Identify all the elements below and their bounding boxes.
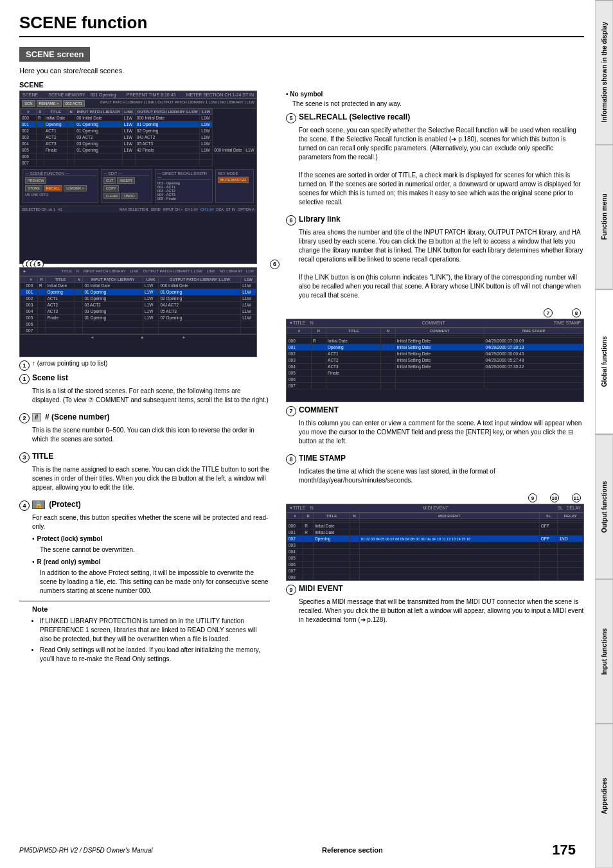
no-symbol-section: • No symbol The scene is not protected i… xyxy=(286,91,584,107)
body-7: In this column you can enter or view a c… xyxy=(286,419,584,446)
sidebar-tabs: Information shown in the display Functio… xyxy=(595,0,613,868)
body-2: This is the scene number 0–500. You can … xyxy=(19,426,270,444)
tab-information[interactable]: Information shown in the display xyxy=(595,0,613,145)
page-title: SCENE function xyxy=(19,13,584,37)
intro-text: Here you can store/recall scenes. xyxy=(19,67,584,75)
scene-screen-zoomed: ✦ TITLE N INPUT PATCH LIBRARY LINK OUTPU… xyxy=(19,267,257,357)
body-9: Specifies a MIDI message that will be tr… xyxy=(286,598,584,624)
section-2: 2 # # (Scene number) This is the scene n… xyxy=(19,412,270,444)
tab-appendices[interactable]: Appendices xyxy=(595,723,613,868)
footer-page: 175 xyxy=(552,842,576,858)
heading-8: TIME STAMP xyxy=(299,454,346,463)
num-4: 4 xyxy=(19,500,30,511)
callout-11: 11 xyxy=(572,493,581,502)
body-4: For each scene, this button specifies wh… xyxy=(19,513,270,531)
section-9: 9 MIDI EVENT Specifies a MIDI message th… xyxy=(286,584,584,624)
footer-model: PM5D/PM5D-RH V2 / DSP5D Owner's Manual xyxy=(19,847,153,854)
num-5: 5 xyxy=(286,113,296,123)
callout-6: 6 xyxy=(270,260,280,269)
tab-function-menu[interactable]: Function menu xyxy=(595,145,613,289)
section-1: 1 Scene list This is a list of the store… xyxy=(19,373,270,405)
scene-label: SCENE xyxy=(19,81,584,89)
scene-screen-image: SCENE SCENE MEMORY 001 Opening PRESENT T… xyxy=(19,91,257,264)
callout-1: 1 xyxy=(19,360,30,371)
num-8: 8 xyxy=(286,454,296,465)
tab-global-functions[interactable]: Global functions xyxy=(595,289,613,434)
body-1: This is a list of the stored scenes. For… xyxy=(19,387,270,405)
num-7: 7 xyxy=(286,406,296,416)
scene-screen-9-10-11: ✦ TITLE N MIDI EVENT SL DELAY # R TITLE … xyxy=(286,504,584,581)
body-5: For each scene, you can specify whether … xyxy=(286,126,584,207)
footer-ref: Reference section xyxy=(322,846,383,854)
body-8: Indicates the time at which the scene wa… xyxy=(286,467,584,485)
heading-2: # # (Scene number) xyxy=(32,412,110,421)
section-5: 5 SEL.RECALL (Selective recall) For each… xyxy=(286,112,584,207)
section-6: 6 Library link This area shows the numbe… xyxy=(286,215,584,300)
num-3: 3 xyxy=(19,452,30,463)
heading-1: Scene list xyxy=(32,373,68,382)
heading-7: COMMENT xyxy=(299,405,339,414)
callout-7: 7 xyxy=(544,308,553,317)
body-6: This area shows the number and title of … xyxy=(286,228,584,300)
tab-input-functions[interactable]: Input functions xyxy=(595,579,613,723)
num-9: 9 xyxy=(286,585,296,595)
section-3: 3 TITLE This is the name assigned to eac… xyxy=(19,452,270,492)
callout-9: 9 xyxy=(528,493,537,502)
num-6: 6 xyxy=(286,215,296,226)
section-4: 4 🔒 (Protect) For each scene, this butto… xyxy=(19,500,270,664)
callout-10: 10 xyxy=(550,493,559,502)
section-8: 8 TIME STAMP Indicates the time at which… xyxy=(286,454,584,485)
section-7: 7 COMMENT In this column you can enter o… xyxy=(286,405,584,446)
page-footer: PM5D/PM5D-RH V2 / DSP5D Owner's Manual R… xyxy=(0,842,595,858)
body-3: This is the name assigned to each scene.… xyxy=(19,465,270,492)
scene-screen-7-8: ✦ TITLE N COMMENT TIME STAMP # R TITLE N xyxy=(286,319,584,402)
heading-9: MIDI EVENT xyxy=(299,584,343,593)
callout-8: 8 xyxy=(572,308,581,317)
heading-3: TITLE xyxy=(32,452,53,461)
num-2: 2 xyxy=(19,413,30,423)
heading-6: Library link xyxy=(299,215,341,224)
num-1: 1 xyxy=(19,374,30,384)
tab-output-functions[interactable]: Output functions xyxy=(595,434,613,579)
heading-5: SEL.RECALL (Selective recall) xyxy=(299,112,410,121)
scene-screen-header: SCENE screen xyxy=(19,47,90,62)
heading-4: 🔒 (Protect) xyxy=(32,500,81,509)
